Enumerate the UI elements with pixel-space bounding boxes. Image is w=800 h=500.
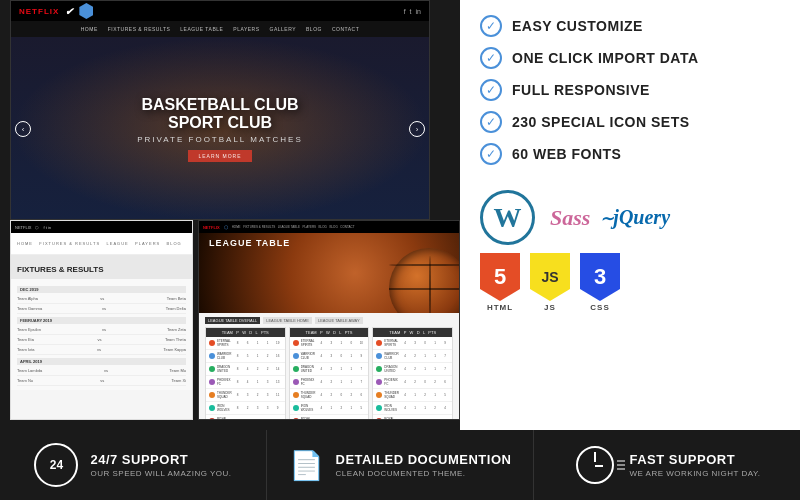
league-tabs: LEAGUE TABLE OVERALL LEAGUE TABLE HOME L… [205, 317, 453, 324]
table-row: PHOENIX FC42026 [373, 376, 452, 389]
clock-icon [576, 446, 614, 484]
top-section: NETFLIX ✔ f t in HOME FIXTURES & RESULTS… [0, 0, 800, 430]
table-row: WARRIOR CLUB42117 [373, 350, 452, 363]
menu-item-home[interactable]: HOME [81, 26, 98, 32]
script-logos: Sass ∼jQuery [550, 205, 670, 231]
tab-home[interactable]: LEAGUE TABLE HOME [263, 317, 312, 324]
fixture-date-1: DEC 2019 [17, 286, 186, 293]
instagram-icon: in [416, 8, 421, 15]
css3-number: 3 [594, 266, 606, 288]
hero-preview: NETFLIX ✔ f t in HOME FIXTURES & RESULTS… [10, 0, 430, 220]
fixture-row-1: Team AlphavsTeam Beta [17, 294, 186, 304]
menu-item-players[interactable]: PLAYERS [233, 26, 259, 32]
bottom-bar: 24 24/7 SUPPORT OUR SPEED WILL AMAZING Y… [0, 430, 800, 500]
feature-item-one-click-import: ✓ ONE CLICK IMPORT DATA [480, 47, 780, 69]
doc-icon: 📄 [289, 449, 324, 482]
check-icon-web-fonts: ✓ [480, 143, 502, 165]
check-icon-full-responsive: ✓ [480, 79, 502, 101]
tab-overall[interactable]: LEAGUE TABLE OVERALL [205, 317, 260, 324]
fixture-row-6: Team LambdavsTeam Mu [17, 366, 186, 376]
hero-learn-more-button[interactable]: LEARN MORE [188, 150, 251, 162]
css3-label: CSS [590, 303, 609, 312]
league-overlay-title: LEAGUE TABLE [209, 238, 290, 248]
js-badge: JS JS [530, 253, 570, 312]
feature-label-web-fonts: 60 WEB FONTS [512, 146, 621, 162]
hero-tagline: PRIVATE FOOTBALL MATCHES [137, 135, 303, 144]
table-row: IRON WOLVES41215 [290, 402, 369, 415]
hero-arrow-left[interactable]: ‹ [15, 121, 31, 137]
fixtures-title: FIXTURES & RESULTS [17, 265, 104, 274]
js-shield: JS [530, 253, 570, 301]
hero-body: ‹ BASKETBALL CLUB SPORT CLUB PRIVATE FOO… [11, 37, 429, 220]
check-icon-icon-sets: ✓ [480, 111, 502, 133]
fast-text: FAST SUPPORT WE ARE WORKING NIGHT DAY. [629, 452, 760, 478]
fixture-row-2: Team GammavsTeam Delta [17, 304, 186, 314]
sub-preview-fixtures: NETFLIX ⬡ f t in HOME FIXTURES & RESULTS… [10, 220, 193, 420]
feature-item-web-fonts: ✓ 60 WEB FONTS [480, 143, 780, 165]
doc-title: DETAILED DOCUMENTION [336, 452, 512, 467]
table-header-home: TEAM P W D L PTS [290, 328, 369, 337]
sub-nav-light-fixtures: HOME FIXTURES & RESULTS LEAGUE PLAYERS B… [11, 233, 192, 255]
feature-label-easy-customize: EASY CUSTOMIZE [512, 18, 643, 34]
html5-label: HTML [487, 303, 513, 312]
menu-item-fixtures[interactable]: FIXTURES & RESULTS [108, 26, 171, 32]
feature-item-full-responsive: ✓ FULL RESPONSIVE [480, 79, 780, 101]
table-col-away: TEAM P W D L PTS ETERNAL SPIRITS43019 WA… [372, 327, 453, 420]
tab-away[interactable]: LEAGUE TABLE AWAY [315, 317, 363, 324]
fixture-row-5: Team IotavsTeam Kappa [17, 345, 186, 355]
right-panel: ✓ EASY CUSTOMIZE ✓ ONE CLICK IMPORT DATA… [460, 0, 800, 430]
table-row: ROYAL EAGLES82248 [206, 415, 285, 420]
menu-item-blog[interactable]: BLOG [306, 26, 322, 32]
fixtures-body: DEC 2019 Team AlphavsTeam Beta Team Gamm… [11, 279, 192, 390]
feature-item-easy-customize: ✓ EASY CUSTOMIZE [480, 15, 780, 37]
fast-title: FAST SUPPORT [629, 452, 760, 467]
bottom-section-fast: FAST SUPPORT WE ARE WORKING NIGHT DAY. [534, 430, 800, 500]
fixture-row-7: Team NuvsTeam Xi [17, 376, 186, 386]
table-row: PHOENIX FC42117 [290, 376, 369, 389]
table-row: ROYAL EAGLES41124 [373, 415, 452, 420]
wordpress-letter: W [494, 202, 522, 234]
hero-arrow-right[interactable]: › [409, 121, 425, 137]
basketball-image: LEAGUE TABLE [199, 233, 459, 313]
tech-row-html-js-css: 5 HTML JS JS 3 [480, 253, 780, 312]
sass-logo: Sass [550, 205, 590, 231]
table-col-home: TEAM P W D L PTS ETERNAL SPIRITS431010 W… [289, 327, 370, 420]
sub-previews: NETFLIX ⬡ f t in HOME FIXTURES & RESULTS… [0, 220, 460, 430]
js-label: JS [544, 303, 556, 312]
hero-nav: NETFLIX ✔ f t in [11, 1, 429, 21]
doc-text: DETAILED DOCUMENTION CLEAN DOCUMENTED TH… [336, 452, 512, 478]
sub-nav-dark-fixtures: NETFLIX ⬡ f t in [11, 221, 192, 233]
shield-icon [79, 3, 93, 19]
support-24-icon: 24 [34, 443, 78, 487]
nike-logo: ✔ [65, 6, 73, 17]
table-row: THUNDER SQUAD42026 [290, 389, 369, 402]
fixture-row-4: Team EtavsTeam Theta [17, 335, 186, 345]
twitter-icon: t [410, 8, 412, 15]
feature-label-icon-sets: 230 SPECIAL ICON SETS [512, 114, 690, 130]
table-row: DRAGON UNITED42117 [373, 363, 452, 376]
table-row: IRON WOLVES82339 [206, 402, 285, 415]
fast-subtitle: WE ARE WORKING NIGHT DAY. [629, 469, 760, 478]
table-row: IRON WOLVES41124 [373, 402, 452, 415]
table-row: THUNDER SQUAD832311 [206, 389, 285, 402]
support-title: 24/7 SUPPORT [90, 452, 231, 467]
feature-label-full-responsive: FULL RESPONSIVE [512, 82, 650, 98]
fast-support-icon [573, 443, 617, 487]
html5-shield: 5 [480, 253, 520, 301]
menu-item-league[interactable]: LEAGUE TABLE [180, 26, 223, 32]
table-row: PHOENIX FC841313 [206, 376, 285, 389]
hero-nav-social: f t in [404, 8, 421, 15]
sub-shield-label-2: ⬡ [224, 224, 228, 230]
hero-nav-logos: NETFLIX ✔ [19, 3, 93, 19]
speed-lines [617, 461, 625, 470]
wordpress-logo: W [480, 190, 535, 245]
table-col-overall: TEAM P W D L PTS ETERNAL SPIRITS861119 W… [205, 327, 286, 420]
menu-item-gallery[interactable]: GALLERY [270, 26, 296, 32]
doc-subtitle: CLEAN DOCUMENTED THEME. [336, 469, 512, 478]
fixture-row-3: Team EpsilonvsTeam Zeta [17, 325, 186, 335]
table-row: ETERNAL SPIRITS861119 [206, 337, 285, 350]
main-container: NETFLIX ✔ f t in HOME FIXTURES & RESULTS… [0, 0, 800, 500]
hero-title: BASKETBALL CLUB SPORT CLUB [137, 96, 303, 131]
table-header-away: TEAM P W D L PTS [373, 328, 452, 337]
menu-item-contact[interactable]: CONTACT [332, 26, 359, 32]
